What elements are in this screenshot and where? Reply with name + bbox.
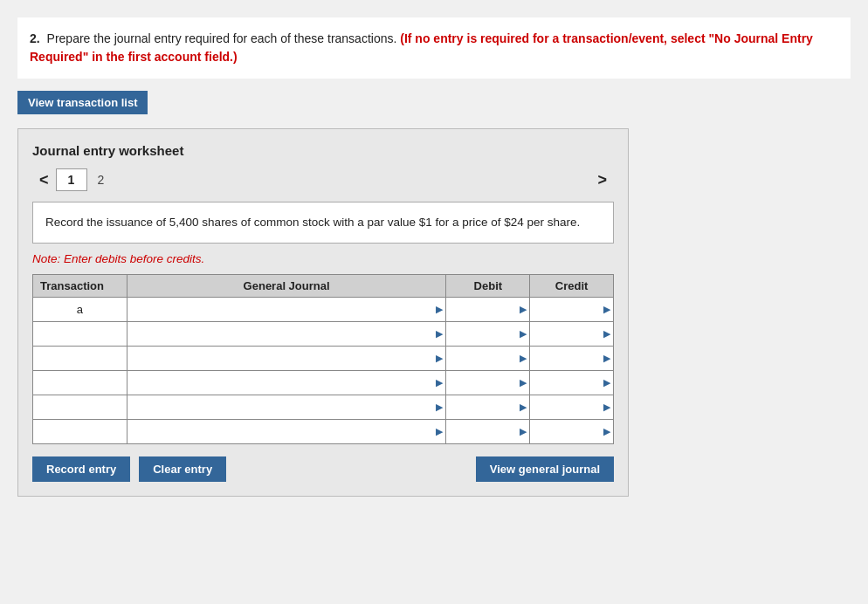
table-row: ▶▶▶ bbox=[33, 321, 614, 346]
dropdown-arrow-icon: ▶ bbox=[436, 377, 443, 388]
dropdown-arrow-icon: ▶ bbox=[603, 402, 610, 413]
dropdown-arrow-icon: ▶ bbox=[603, 426, 610, 437]
transaction-description: Record the issuance of 5,400 shares of c… bbox=[32, 202, 614, 244]
instruction-plain: Prepare the journal entry required for e… bbox=[47, 31, 397, 45]
general-journal-cell[interactable]: ▶ bbox=[127, 346, 446, 370]
dropdown-arrow-icon: ▶ bbox=[520, 377, 527, 388]
dropdown-arrow-icon: ▶ bbox=[520, 328, 527, 340]
transaction-cell bbox=[33, 321, 127, 346]
record-entry-button[interactable]: Record entry bbox=[32, 456, 130, 482]
dropdown-arrow-icon: ▶ bbox=[603, 304, 610, 315]
general-journal-cell[interactable]: ▶ bbox=[127, 370, 446, 395]
transaction-cell bbox=[33, 419, 127, 443]
debit-cell[interactable]: ▶ bbox=[446, 346, 530, 370]
entry-note: Note: Enter debits before credits. bbox=[32, 252, 614, 265]
view-transaction-list-button[interactable]: View transaction list bbox=[17, 91, 148, 114]
credit-cell[interactable]: ▶ bbox=[530, 395, 614, 419]
nav-right-arrow[interactable]: > bbox=[590, 169, 614, 191]
general-journal-cell[interactable]: ▶ bbox=[127, 419, 446, 443]
dropdown-arrow-icon: ▶ bbox=[436, 304, 443, 315]
table-row: ▶▶▶ bbox=[33, 370, 614, 395]
dropdown-arrow-icon: ▶ bbox=[520, 426, 527, 437]
tab-navigation: < 1 2 > bbox=[32, 168, 614, 191]
tab-1[interactable]: 1 bbox=[56, 168, 87, 191]
step-number: 2. bbox=[30, 31, 40, 45]
general-journal-cell[interactable]: ▶ bbox=[127, 321, 446, 346]
clear-entry-button[interactable]: Clear entry bbox=[139, 456, 226, 482]
tab-2[interactable]: 2 bbox=[87, 169, 115, 190]
credit-cell[interactable]: ▶ bbox=[530, 321, 614, 346]
table-row: a▶▶▶ bbox=[33, 297, 614, 321]
journal-table: Transaction General Journal Debit Credit… bbox=[32, 274, 614, 444]
dropdown-arrow-icon: ▶ bbox=[436, 402, 443, 413]
dropdown-arrow-icon: ▶ bbox=[603, 377, 610, 388]
debit-cell[interactable]: ▶ bbox=[446, 370, 530, 395]
col-header-transaction: Transaction bbox=[33, 274, 127, 297]
journal-entry-worksheet: Journal entry worksheet < 1 2 > Record t… bbox=[17, 128, 629, 497]
dropdown-arrow-icon: ▶ bbox=[520, 353, 527, 364]
nav-left-arrow[interactable]: < bbox=[32, 169, 56, 191]
table-row: ▶▶▶ bbox=[33, 419, 614, 443]
credit-cell[interactable]: ▶ bbox=[530, 297, 614, 321]
debit-cell[interactable]: ▶ bbox=[446, 297, 530, 321]
transaction-cell bbox=[33, 346, 127, 370]
table-row: ▶▶▶ bbox=[33, 346, 614, 370]
dropdown-arrow-icon: ▶ bbox=[520, 402, 527, 413]
credit-cell[interactable]: ▶ bbox=[530, 419, 614, 443]
dropdown-arrow-icon: ▶ bbox=[520, 304, 527, 315]
dropdown-arrow-icon: ▶ bbox=[603, 353, 610, 364]
dropdown-arrow-icon: ▶ bbox=[436, 426, 443, 437]
transaction-cell: a bbox=[33, 297, 127, 321]
transaction-cell bbox=[33, 370, 127, 395]
action-buttons: Record entry Clear entry View general jo… bbox=[32, 456, 614, 482]
col-header-credit: Credit bbox=[530, 274, 614, 297]
view-general-journal-button[interactable]: View general journal bbox=[476, 456, 614, 482]
general-journal-cell[interactable]: ▶ bbox=[127, 395, 446, 419]
general-journal-cell[interactable]: ▶ bbox=[127, 297, 446, 321]
transaction-cell bbox=[33, 395, 127, 419]
debit-cell[interactable]: ▶ bbox=[446, 395, 530, 419]
worksheet-title: Journal entry worksheet bbox=[32, 143, 614, 158]
dropdown-arrow-icon: ▶ bbox=[603, 328, 610, 340]
debit-cell[interactable]: ▶ bbox=[446, 321, 530, 346]
debit-cell[interactable]: ▶ bbox=[446, 419, 530, 443]
dropdown-arrow-icon: ▶ bbox=[436, 353, 443, 364]
col-header-general-journal: General Journal bbox=[127, 274, 446, 297]
table-row: ▶▶▶ bbox=[33, 395, 614, 419]
col-header-debit: Debit bbox=[446, 274, 530, 297]
dropdown-arrow-icon: ▶ bbox=[436, 328, 443, 340]
credit-cell[interactable]: ▶ bbox=[530, 346, 614, 370]
credit-cell[interactable]: ▶ bbox=[530, 370, 614, 395]
